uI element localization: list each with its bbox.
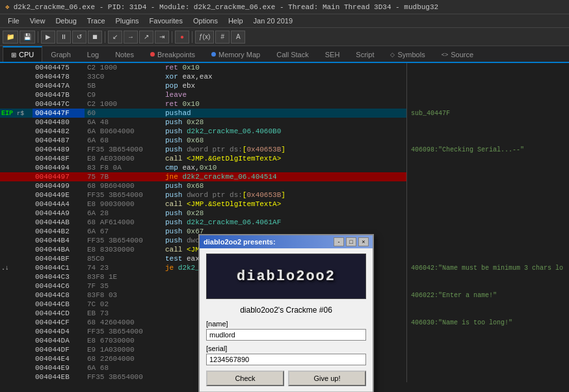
tab-log[interactable]: Log — [79, 47, 107, 62]
table-row[interactable]: 004044AB 68 AF614000 push d2k2_crackme_0… — [0, 218, 406, 227]
menu-favourites[interactable]: Favourites — [144, 16, 188, 26]
memory-map-dot — [211, 52, 216, 57]
table-row[interactable]: 00404475 C2 1000 ret 0x10 — [0, 63, 406, 72]
comment-panel: sub_40447F 406098:"Checking Serial...--"… — [406, 63, 569, 382]
give-up-button[interactable]: Give up! — [288, 371, 366, 386]
table-row[interactable]: 004044A4 E8 90030000 call <JMP.&SetDlgIt… — [0, 200, 406, 209]
table-row[interactable]: 004044A9 6A 28 push 0x28 — [0, 209, 406, 218]
name-field-container: [name] — [206, 320, 366, 341]
arrow-col — [0, 63, 33, 72]
tb-bp[interactable]: ● — [175, 31, 189, 44]
comment-line: 406030:"Name is too long!" — [410, 319, 566, 328]
tab-cpu-label: CPU — [19, 51, 34, 59]
serial-input[interactable] — [206, 354, 366, 365]
table-row[interactable]: 0040447A 5B pop ebx — [0, 81, 406, 90]
tab-graph-label: Graph — [51, 51, 71, 59]
tb-func[interactable]: ƒ(x) — [195, 31, 214, 44]
dialog-controls: - □ × — [334, 237, 369, 246]
table-row-jne[interactable]: 00404497 75 7B jne d2k2_crackme_06.40451… — [0, 172, 406, 181]
dialog-buttons: Check Give up! — [206, 371, 366, 386]
tab-graph[interactable]: Graph — [43, 47, 79, 62]
tab-script-label: Script — [356, 51, 374, 59]
tb-restart[interactable]: ↺ — [72, 31, 86, 44]
tb-sep2 — [105, 31, 105, 43]
menu-plugins[interactable]: Plugins — [111, 16, 144, 26]
window-title: d2k2_crackme_06.exe - PID: 31D4 - Module… — [14, 3, 439, 11]
table-row[interactable]: 0040447B C9 leave — [0, 90, 406, 99]
table-row[interactable]: 00404487 6A 68 push 0x68 — [0, 136, 406, 145]
menu-trace[interactable]: Trace — [82, 16, 111, 26]
title-bar: ❖ d2k2_crackme_06.exe - PID: 31D4 - Modu… — [0, 0, 569, 14]
table-row[interactable]: 00404489 FF35 3B654000 push dword ptr ds… — [0, 145, 406, 154]
tab-symbols[interactable]: ◇ Symbols — [382, 47, 432, 62]
tab-breakpoints[interactable]: Breakpoints — [142, 47, 203, 62]
tab-notes-label: Notes — [115, 51, 134, 59]
tb-open[interactable]: 📁 — [3, 31, 18, 44]
tab-seh[interactable]: SEH — [317, 47, 348, 62]
tb-font[interactable]: A — [231, 31, 245, 44]
tb-step-over[interactable]: → — [124, 31, 138, 44]
tab-seh-label: SEH — [325, 51, 340, 59]
tab-source-label: Source — [451, 51, 473, 59]
tb-sep4 — [192, 31, 192, 43]
tb-hash[interactable]: # — [215, 31, 230, 44]
bytes-col: C2 1000 — [85, 63, 163, 72]
tab-call-stack-label: Call Stack — [276, 51, 309, 59]
menu-help[interactable]: Help — [223, 16, 248, 26]
tab-breakpoints-label: Breakpoints — [157, 51, 195, 59]
serial-label: [serial] — [206, 345, 366, 352]
dialog-maximize-button[interactable]: □ — [346, 237, 356, 246]
tb-save[interactable]: 💾 — [20, 31, 35, 44]
tab-notes[interactable]: Notes — [107, 47, 142, 62]
table-row[interactable]: 0040448F E8 AE030000 call <JMP.&GetDlgIt… — [0, 154, 406, 163]
table-row[interactable]: 00404499 68 9B604000 push 0x68 — [0, 181, 406, 190]
tb-sep1 — [38, 31, 38, 43]
eip-marker: EIP — [1, 110, 13, 117]
tb-sep3 — [172, 31, 172, 43]
crackme-dialog[interactable]: diablo2oo2 presents: - □ × diablo2oo2 di… — [198, 234, 374, 392]
comment-line: 406042:"Name must be minimum 3 chars lo — [410, 265, 566, 274]
comment-line: 406022:"Enter a name!" — [410, 292, 566, 301]
menu-options[interactable]: Options — [188, 16, 223, 26]
tab-memory-map-label: Memory Map — [218, 51, 260, 59]
dialog-title-bar[interactable]: diablo2oo2 presents: - □ × — [200, 235, 373, 248]
tb-stop[interactable]: ⏹ — [88, 31, 102, 44]
tab-cpu[interactable]: ⊞ CPU — [3, 46, 42, 62]
tb-run[interactable]: ▶ — [41, 31, 55, 44]
tb-step-out[interactable]: ↗ — [139, 31, 153, 44]
serial-field-container: [serial] — [206, 345, 366, 365]
table-row[interactable]: 00404494 83 F8 0A cmp eax,0x10 — [0, 163, 406, 172]
menu-file[interactable]: File — [3, 16, 25, 26]
table-row[interactable]: 0040449E FF35 3B654000 push dword ptr ds… — [0, 190, 406, 200]
dialog-close-button[interactable]: × — [358, 237, 369, 246]
dialog-minimize-button[interactable]: - — [334, 237, 344, 246]
tab-bar: ⊞ CPU Graph Log Notes Breakpoints Memory… — [0, 46, 569, 63]
menu-view[interactable]: View — [25, 16, 51, 26]
toolbar: 📁 💾 ▶ ⏸ ↺ ⏹ ↙ → ↗ ⇥ ● ƒ(x) # A — [0, 28, 569, 46]
tb-step-into[interactable]: ↙ — [108, 31, 122, 44]
tb-pause[interactable]: ⏸ — [57, 31, 71, 44]
dialog-banner: diablo2oo2 — [206, 254, 366, 299]
table-row[interactable]: 00404482 6A B0604000 push d2k2_crackme_0… — [0, 127, 406, 136]
tab-symbols-icon: ◇ — [390, 51, 395, 58]
table-row[interactable]: 00404480 6A 48 push 0x28 — [0, 118, 406, 127]
menu-debug[interactable]: Debug — [50, 16, 81, 26]
table-row-eip[interactable]: EIP r$ 0040447F 60 pushad — [0, 109, 406, 118]
instr-col: ret 0x10 — [163, 63, 406, 72]
tab-call-stack[interactable]: Call Stack — [269, 47, 317, 62]
menu-bar: File View Debug Trace Plugins Favourites… — [0, 14, 569, 28]
check-button[interactable]: Check — [206, 371, 284, 386]
addr-col: 00404475 — [33, 63, 85, 72]
breakpoints-dot — [150, 52, 155, 57]
table-row[interactable]: 0040447C C2 1000 ret 0x10 — [0, 99, 406, 109]
name-input[interactable] — [206, 329, 366, 341]
table-row[interactable]: 00404478 33C0 xor eax,eax — [0, 72, 406, 81]
tab-source-icon: <> — [442, 51, 449, 58]
comment-line: 406098:"Checking Serial...--" — [410, 146, 566, 155]
tab-source[interactable]: <> Source — [434, 47, 481, 62]
tb-run-to[interactable]: ⇥ — [155, 31, 169, 44]
tab-script[interactable]: Script — [348, 47, 382, 62]
dialog-body: diablo2oo2 diablo2oo2's Crackme #06 [nam… — [200, 248, 373, 391]
tab-memory-map[interactable]: Memory Map — [204, 47, 268, 62]
dialog-title-text: diablo2oo2 presents: — [204, 238, 276, 246]
